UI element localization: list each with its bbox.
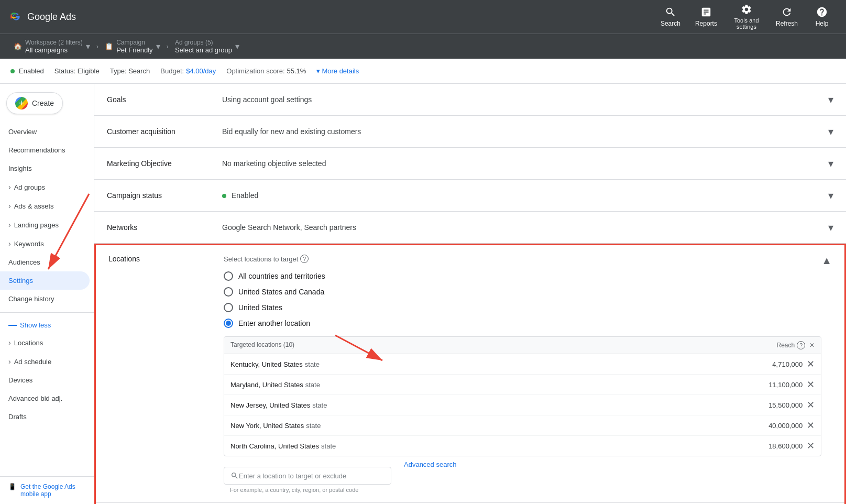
create-label: Create — [32, 99, 54, 107]
customer-acquisition-value: Bid equally for new and existing custome… — [222, 127, 828, 136]
remove-location-1[interactable]: ✕ — [807, 379, 815, 390]
breadcrumb-workspace[interactable]: 🏠 Workspace (2 filters) All campaigns ▾ — [8, 36, 95, 57]
advanced-bid-label: Advanced bid adj. — [8, 395, 62, 402]
tools-nav-button[interactable]: Tools and settings — [726, 1, 767, 33]
remove-location-0[interactable]: ✕ — [807, 358, 815, 370]
radio-enter-another-label: Enter another location — [238, 319, 310, 327]
recommendations-label: Recommendations — [8, 146, 65, 154]
goals-chevron-icon[interactable]: ▾ — [828, 93, 833, 106]
sidebar-item-ad-schedule[interactable]: › Ad schedule — [0, 352, 94, 371]
sidebar-item-settings[interactable]: Settings — [0, 271, 90, 290]
customer-acquisition-label: Customer acquisition — [107, 127, 222, 136]
radio-all-countries[interactable]: All countries and territories — [224, 271, 821, 281]
location-search-box[interactable] — [224, 467, 391, 485]
location-type-3: state — [306, 422, 321, 430]
campaign-status-chevron-icon[interactable]: ▾ — [828, 189, 833, 202]
remove-location-3[interactable]: ✕ — [807, 420, 815, 431]
marketing-objective-value: No marketing objective selected — [222, 159, 828, 168]
campaign-status-row[interactable]: Campaign status Enabled ▾ — [94, 180, 846, 212]
location-search-icon — [230, 472, 239, 480]
targeted-table-header: Targeted locations (10) Reach ? ✕ — [224, 337, 821, 354]
goals-row[interactable]: Goals Using account goal settings ▾ — [94, 84, 846, 116]
optimization-status: Optimization score: 55.1% — [226, 67, 306, 75]
mobile-app-link[interactable]: 📱 Get the Google Ads mobile app — [8, 483, 86, 498]
search-icon — [665, 6, 676, 18]
refresh-nav-button[interactable]: Refresh — [770, 3, 804, 30]
more-details-label: More details — [322, 67, 359, 75]
overview-label: Overview — [8, 128, 37, 136]
targeted-locations-header-label: Targeted locations (10) — [230, 341, 777, 349]
radio-us-canada[interactable]: United States and Canada — [224, 287, 821, 297]
table-row: New York, United States state 40,000,000… — [224, 415, 821, 436]
more-details-button[interactable]: ▾ More details — [316, 67, 359, 75]
help-nav-button[interactable]: Help — [806, 3, 838, 30]
reports-nav-button[interactable]: Reports — [689, 3, 723, 30]
sidebar-item-adgroups[interactable]: › Ad groups — [0, 178, 94, 196]
location-search-input[interactable] — [239, 472, 384, 480]
devices-label: Devices — [8, 376, 32, 384]
sidebar-item-overview[interactable]: Overview — [0, 123, 90, 141]
radio-united-states[interactable]: United States — [224, 303, 821, 312]
budget-link[interactable]: $4.00/day — [186, 67, 216, 75]
sidebar-item-keywords[interactable]: › Keywords — [0, 234, 94, 253]
customer-acquisition-row[interactable]: Customer acquisition Bid equally for new… — [94, 116, 846, 148]
breadcrumb-sep-2: › — [167, 42, 169, 50]
sidebar-item-locations[interactable]: › Locations — [0, 333, 94, 352]
reach-info-icon[interactable]: ? — [797, 341, 805, 349]
sidebar-item-landing-pages[interactable]: › Landing pages — [0, 215, 94, 234]
networks-row[interactable]: Networks Google Search Network, Search p… — [94, 212, 846, 244]
locations-content: Select locations to target ? All countri… — [224, 255, 821, 493]
help-icon — [816, 6, 828, 18]
table-row: New Jersey, United States state 15,500,0… — [224, 395, 821, 415]
location-radio-group: All countries and territories United Sta… — [224, 271, 821, 328]
main-layout: + Create Overview Recommendations Insigh… — [0, 84, 846, 504]
networks-chevron-icon[interactable]: ▾ — [828, 221, 833, 234]
breadcrumb-campaign[interactable]: 📋 Campaign Pet Friendly ▾ — [100, 36, 165, 57]
search-hint: For example, a country, city, region, or… — [230, 487, 391, 493]
sidebar-item-recommendations[interactable]: Recommendations — [0, 141, 90, 159]
google-logo-icon — [8, 9, 23, 24]
logo-area: Google Ads — [8, 9, 76, 24]
search-nav-button[interactable]: Search — [654, 3, 687, 30]
goals-label: Goals — [107, 95, 222, 104]
remove-location-4[interactable]: ✕ — [807, 440, 815, 452]
radio-enter-another[interactable]: Enter another location — [224, 319, 821, 328]
customer-acquisition-chevron-icon[interactable]: ▾ — [828, 125, 833, 138]
show-less-button[interactable]: Show less — [0, 317, 94, 333]
sidebar-item-devices[interactable]: Devices — [0, 371, 90, 389]
remove-location-2[interactable]: ✕ — [807, 399, 815, 411]
radio-all-countries-circle — [224, 271, 233, 281]
radio-enter-another-circle — [224, 319, 233, 328]
sidebar-item-change-history[interactable]: Change history — [0, 290, 90, 308]
campaign-value: Pet Friendly — [116, 46, 152, 54]
budget-status: Budget: $4.00/day — [160, 67, 216, 75]
adgroups-sidebar-label: Ad groups — [14, 183, 45, 191]
breadcrumb-adgroups[interactable]: Ad groups (5) Select an ad group ▾ — [170, 36, 245, 57]
adgroups-value: Select an ad group — [175, 46, 232, 54]
sidebar-item-advanced-bid[interactable]: Advanced bid adj. — [0, 389, 90, 408]
create-button[interactable]: + Create — [6, 92, 63, 114]
sidebar-item-audiences[interactable]: Audiences — [0, 253, 90, 271]
sidebar-item-insights[interactable]: Insights — [0, 159, 90, 178]
table-row: Kentucky, United States state 4,710,000 … — [224, 354, 821, 375]
marketing-objective-chevron-icon[interactable]: ▾ — [828, 157, 833, 170]
sidebar-item-drafts[interactable]: Drafts — [0, 408, 90, 426]
locations-collapse-icon[interactable]: ▲ — [821, 255, 832, 267]
networks-value: Google Search Network, Search partners — [222, 223, 828, 232]
networks-label: Networks — [107, 223, 222, 232]
drafts-label: Drafts — [8, 413, 27, 421]
close-all-icon[interactable]: ✕ — [809, 342, 815, 349]
advanced-search-link[interactable]: Advanced search — [404, 461, 456, 468]
schedule-chevron-icon: › — [8, 357, 11, 366]
locations-info-icon[interactable]: ? — [300, 255, 309, 263]
marketing-objective-row[interactable]: Marketing Objective No marketing objecti… — [94, 148, 846, 180]
location-search-row: For example, a country, city, region, or… — [224, 461, 821, 493]
sidebar-divider — [0, 312, 94, 313]
reach-val-3: 40,000,000 — [768, 422, 803, 430]
locations-subtitle-text: Select locations to target — [224, 255, 298, 263]
settings-container: Goals Using account goal settings ▾ Cust… — [94, 84, 846, 504]
workspace-label: Workspace (2 filters) — [25, 39, 83, 46]
sidebar-item-ads-assets[interactable]: › Ads & assets — [0, 196, 94, 215]
reach-val-2: 15,500,000 — [768, 401, 803, 409]
refresh-nav-label: Refresh — [776, 20, 798, 27]
